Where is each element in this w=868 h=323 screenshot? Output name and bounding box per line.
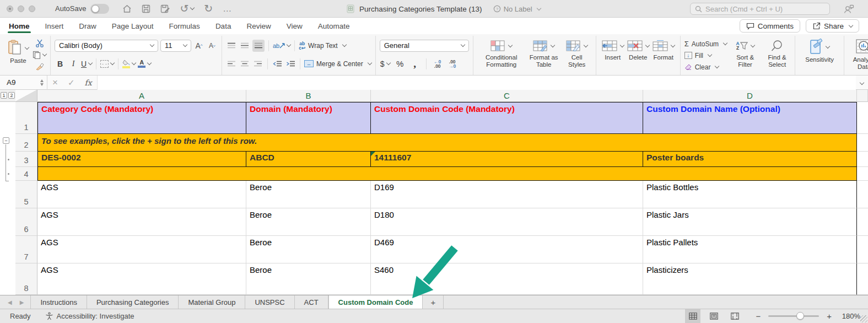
tab-data[interactable]: Data <box>215 18 231 34</box>
tab-page-layout[interactable]: Page Layout <box>112 18 154 34</box>
percent-format-button[interactable]: % <box>395 58 406 70</box>
sheet-nav-left-icon[interactable]: ◀ <box>8 299 12 305</box>
name-box-spinner[interactable] <box>40 79 44 86</box>
row-header-8[interactable]: 8 <box>15 263 37 295</box>
align-top-button[interactable] <box>226 40 237 52</box>
row-header-7[interactable]: 7 <box>15 236 37 263</box>
insert-function-icon[interactable]: fx <box>85 78 92 87</box>
resize-grip[interactable] <box>860 315 867 322</box>
cell-a5[interactable]: AGS <box>37 181 246 208</box>
name-box[interactable] <box>0 76 47 90</box>
undo-icon[interactable]: ↺ <box>180 3 194 14</box>
orientation-button[interactable]: ab <box>273 40 290 52</box>
tab-draw[interactable]: Draw <box>79 18 96 34</box>
row-header-3[interactable]: 3 <box>15 152 37 167</box>
cell-c7[interactable]: D469 <box>371 236 643 263</box>
conditional-formatting-button[interactable]: Conditional Formatting <box>477 37 526 74</box>
sensitivity-label-button[interactable]: ? No Label <box>493 5 541 13</box>
find-select-button[interactable]: Find & Select <box>763 37 791 74</box>
cell-b6[interactable]: Beroe <box>246 208 371 236</box>
column-header-d[interactable]: D <box>643 90 857 102</box>
page-break-view-button[interactable] <box>727 309 742 323</box>
wrap-text-button[interactable]: abc↩ Wrap Text <box>299 40 346 52</box>
tab-insert[interactable]: Insert <box>45 18 64 34</box>
clear-button[interactable]: Clear <box>684 61 727 73</box>
cut-button[interactable] <box>33 38 46 49</box>
sheet-tab-unspsc[interactable]: UNSPSC <box>245 295 294 309</box>
comments-button[interactable]: Comments <box>740 19 800 33</box>
tab-view[interactable]: View <box>287 18 303 34</box>
cell-c5[interactable]: D169 <box>371 181 643 208</box>
save-icon[interactable] <box>142 4 150 13</box>
analyze-data-button[interactable]: Analyze Data <box>848 37 868 74</box>
column-header-c[interactable]: C <box>371 90 643 102</box>
zoom-out-button[interactable]: − <box>756 311 761 321</box>
format-painter-button[interactable] <box>33 61 46 72</box>
cell-c8[interactable]: S460 <box>371 263 643 295</box>
cell-e1[interactable] <box>857 102 868 134</box>
search-input[interactable] <box>705 5 821 13</box>
insert-cells-button[interactable]: Insert <box>600 37 626 74</box>
cell-c3[interactable]: 14111607 <box>371 152 643 167</box>
cell-d8[interactable]: Plasticizers <box>643 263 857 295</box>
close-window-button[interactable] <box>7 6 13 12</box>
decrease-indent-button[interactable] <box>272 58 283 70</box>
home-icon[interactable] <box>122 4 132 13</box>
cell-a1[interactable]: Category Code (Mandatory) <box>37 102 246 134</box>
sheet-tab-act[interactable]: ACT <box>295 295 328 309</box>
cell-c6[interactable]: D180 <box>371 208 643 236</box>
outline-level-2-button[interactable]: 2 <box>8 92 15 99</box>
minimize-window-button[interactable] <box>18 6 24 12</box>
sheet-tab-instructions[interactable]: Instructions <box>30 295 87 309</box>
more-commands-icon[interactable]: … <box>223 4 231 13</box>
column-header-e[interactable] <box>857 90 868 102</box>
currency-format-button[interactable]: $ <box>380 58 391 70</box>
cell-a4[interactable] <box>37 167 857 181</box>
italic-button[interactable]: I <box>68 58 79 70</box>
format-cells-button[interactable]: Format <box>651 37 676 74</box>
zoom-in-button[interactable]: + <box>827 311 832 321</box>
cell-e4[interactable] <box>857 167 868 181</box>
cell-b1[interactable]: Domain (Mandatory) <box>246 102 371 134</box>
row-header-4[interactable]: 4 <box>15 167 37 181</box>
sheet-tab-custom-domain-code[interactable]: Custom Domain Code <box>328 295 423 309</box>
cell-e8[interactable] <box>857 263 868 295</box>
merge-center-button[interactable]: ↔ Merge & Center <box>304 58 371 70</box>
delete-cells-button[interactable]: Delete <box>626 37 651 74</box>
font-color-button[interactable]: A <box>138 58 151 70</box>
document-title[interactable]: Purchasing Categories Template (13) <box>359 5 482 13</box>
cell-c1[interactable]: Custom Domain Code (Mandatory) <box>371 102 643 134</box>
cell-d7[interactable]: Plastic Pallets <box>643 236 857 263</box>
increase-indent-button[interactable] <box>285 58 296 70</box>
cell-a7[interactable]: AGS <box>37 236 246 263</box>
cell-e5[interactable] <box>857 181 868 208</box>
zoom-slider[interactable] <box>768 315 819 317</box>
column-header-b[interactable]: B <box>246 90 371 102</box>
row-header-2[interactable]: 2 <box>15 134 37 152</box>
align-bottom-button[interactable] <box>252 40 265 52</box>
font-size-select[interactable]: 11 <box>160 40 191 52</box>
row-header-6[interactable]: 6 <box>15 208 37 236</box>
underline-button[interactable]: U <box>81 58 92 70</box>
sheet-tab-material-group[interactable]: Material Group <box>179 295 245 309</box>
share-button[interactable]: Share <box>806 19 859 33</box>
column-header-a[interactable]: A <box>37 90 246 102</box>
cell-d6[interactable]: Plastic Jars <box>643 208 857 236</box>
name-box-input[interactable] <box>7 78 31 87</box>
cell-b5[interactable]: Beroe <box>246 181 371 208</box>
cell-b7[interactable]: Beroe <box>246 236 371 263</box>
status-accessibility[interactable]: Accessibility: Investigate <box>57 312 134 320</box>
copy-button[interactable] <box>33 50 46 60</box>
fill-button[interactable]: ↓ Fill <box>684 50 727 61</box>
redo-icon[interactable]: ↻ <box>204 3 213 14</box>
cell-a3[interactable]: DES-0002 <box>37 152 246 167</box>
cell-d5[interactable]: Plastic Bottles <box>643 181 857 208</box>
cell-e3[interactable] <box>857 152 868 167</box>
formula-bar-expand-icon[interactable] <box>860 80 864 84</box>
align-right-button[interactable] <box>252 58 263 70</box>
cell-styles-button[interactable]: Cell Styles <box>562 37 592 74</box>
comma-format-button[interactable]: , <box>409 58 420 70</box>
row-header-1[interactable]: 1 <box>15 102 37 134</box>
outline-level-1-button[interactable]: 1 <box>1 92 7 99</box>
increase-font-size-button[interactable]: A^ <box>193 40 204 52</box>
